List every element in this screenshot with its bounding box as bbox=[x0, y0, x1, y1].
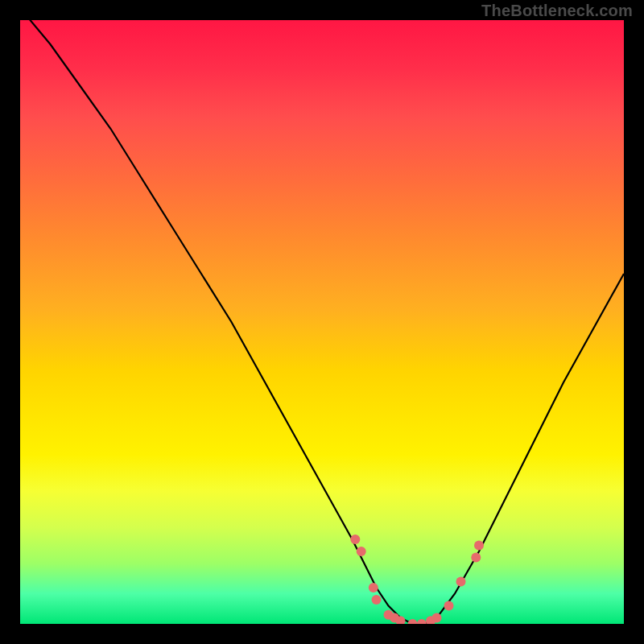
curve-marker-dot bbox=[444, 601, 454, 611]
curve-markers bbox=[350, 535, 484, 624]
curve-marker-dot bbox=[474, 541, 484, 551]
curve-marker-dot bbox=[408, 619, 418, 624]
chart-frame: TheBottleneck.com bbox=[0, 0, 644, 644]
curve-marker-dot bbox=[432, 613, 442, 623]
bottleneck-curve bbox=[20, 20, 624, 624]
curve-marker-dot bbox=[372, 595, 382, 605]
curve-layer bbox=[20, 20, 624, 624]
plot-area bbox=[20, 20, 624, 624]
curve-marker-dot bbox=[456, 577, 466, 587]
curve-marker-dot bbox=[471, 553, 481, 563]
curve-marker-dot bbox=[357, 547, 366, 556]
curve-marker-dot bbox=[417, 619, 427, 624]
curve-marker-dot bbox=[350, 535, 360, 544]
watermark-text: TheBottleneck.com bbox=[481, 2, 633, 20]
curve-marker-dot bbox=[369, 583, 378, 592]
